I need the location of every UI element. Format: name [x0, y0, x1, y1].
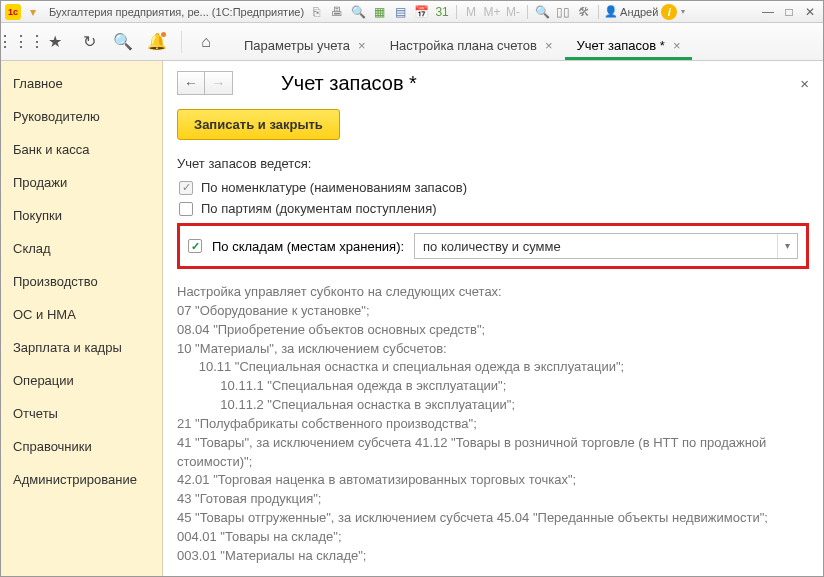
- sidebar: ГлавноеРуководителюБанк и кассаПродажиПо…: [1, 61, 163, 576]
- dropdown-icon[interactable]: ▾: [24, 3, 42, 21]
- section-title: Учет запасов ведется:: [177, 156, 809, 171]
- sidebar-item[interactable]: Банк и касса: [1, 133, 162, 166]
- m-icon[interactable]: M: [462, 3, 480, 21]
- sidebar-item[interactable]: Производство: [1, 265, 162, 298]
- label-warehouses: По складам (местам хранения):: [212, 239, 404, 254]
- preview-icon[interactable]: 🔍: [349, 3, 367, 21]
- sidebar-item[interactable]: Главное: [1, 67, 162, 100]
- help-text: Настройка управляет субконто на следующи…: [177, 283, 809, 566]
- help-line: 07 "Оборудование к установке";: [177, 302, 809, 321]
- apps-icon[interactable]: ⋮⋮⋮: [7, 28, 35, 56]
- history-icon[interactable]: ↻: [75, 28, 103, 56]
- sidebar-item[interactable]: Покупки: [1, 199, 162, 232]
- sidebar-item[interactable]: Администрирование: [1, 463, 162, 496]
- chevron-down-icon[interactable]: ▾: [777, 234, 797, 258]
- tab[interactable]: Настройка плана счетов×: [378, 30, 565, 60]
- zoom-icon[interactable]: 🔍: [533, 3, 551, 21]
- help-line: 41 "Товары", за исключением субсчета 41.…: [177, 434, 809, 472]
- help-line: 10.11.2 "Специальная оснастка в эксплуат…: [177, 396, 809, 415]
- help-line: 10.11 "Специальная оснастка и специальна…: [177, 358, 809, 377]
- maximize-button[interactable]: □: [780, 4, 798, 20]
- help-line: 43 "Готовая продукция";: [177, 490, 809, 509]
- sidebar-item[interactable]: Зарплата и кадры: [1, 331, 162, 364]
- select-value: по количеству и сумме: [415, 239, 777, 254]
- help-line: 42.01 "Торговая наценка в автоматизирова…: [177, 471, 809, 490]
- user-menu[interactable]: 👤 Андрей: [604, 5, 658, 18]
- window-title: Бухгалтерия предприятия, ре... (1С:Предп…: [49, 6, 304, 18]
- info-icon[interactable]: i: [661, 4, 677, 20]
- sidebar-item[interactable]: Склад: [1, 232, 162, 265]
- main-toolbar: ⋮⋮⋮ ★ ↻ 🔍 🔔 ⌂ Параметры учета×Настройка …: [1, 23, 823, 61]
- tab-label: Настройка плана счетов: [390, 38, 537, 53]
- help-line: 21 "Полуфабрикаты собственного производс…: [177, 415, 809, 434]
- label-nomenclature: По номенклатуре (наименованиям запасов): [201, 180, 467, 195]
- nav-back-button[interactable]: ←: [177, 71, 205, 95]
- search-icon[interactable]: 🔍: [109, 28, 137, 56]
- help-line: 003.01 "Материалы на складе";: [177, 547, 809, 566]
- help-line: Настройка управляет субконто на следующи…: [177, 283, 809, 302]
- app-icon: 1c: [5, 4, 21, 20]
- panels-icon[interactable]: ▯▯: [554, 3, 572, 21]
- settings-icon[interactable]: 🛠: [575, 3, 593, 21]
- tab-label: Учет запасов *: [577, 38, 665, 53]
- home-icon[interactable]: ⌂: [192, 28, 220, 56]
- help-line: 10 "Материалы", за исключением субсчетов…: [177, 340, 809, 359]
- tab[interactable]: Учет запасов *×: [565, 30, 693, 60]
- sidebar-item[interactable]: Отчеты: [1, 397, 162, 430]
- help-line: 10.11.1 "Специальная одежда в эксплуатац…: [177, 377, 809, 396]
- m-minus-icon[interactable]: M-: [504, 3, 522, 21]
- attach-icon[interactable]: ▤: [391, 3, 409, 21]
- toolbar-icon-1[interactable]: ⎘: [307, 3, 325, 21]
- tab-label: Параметры учета: [244, 38, 350, 53]
- warehouse-mode-select[interactable]: по количеству и сумме ▾: [414, 233, 798, 259]
- help-line: 45 "Товары отгруженные", за исключением …: [177, 509, 809, 528]
- save-and-close-button[interactable]: Записать и закрыть: [177, 109, 340, 140]
- bell-icon[interactable]: 🔔: [143, 28, 171, 56]
- nav-forward-button: →: [205, 71, 233, 95]
- close-button[interactable]: ✕: [801, 4, 819, 20]
- checkbox-warehouses[interactable]: ✓: [188, 239, 202, 253]
- help-line: 08.04 "Приобретение объектов основных ср…: [177, 321, 809, 340]
- calc-icon[interactable]: ▦: [370, 3, 388, 21]
- sidebar-item[interactable]: Операции: [1, 364, 162, 397]
- label-parties: По партиям (документам поступления): [201, 201, 437, 216]
- print-icon[interactable]: 🖶: [328, 3, 346, 21]
- page-title: Учет запасов *: [281, 72, 417, 95]
- minimize-button[interactable]: —: [759, 4, 777, 20]
- tab-close-icon[interactable]: ×: [545, 39, 553, 52]
- m-plus-icon[interactable]: M+: [483, 3, 501, 21]
- sidebar-item[interactable]: Руководителю: [1, 100, 162, 133]
- highlighted-option-row: ✓ По складам (местам хранения): по колич…: [177, 223, 809, 269]
- info-dropdown[interactable]: ▾: [681, 7, 685, 16]
- checkbox-parties[interactable]: [179, 202, 193, 216]
- star-icon[interactable]: ★: [41, 28, 69, 56]
- calendar-icon[interactable]: 📅: [412, 3, 430, 21]
- help-line: 004.01 "Товары на складе";: [177, 528, 809, 547]
- checkbox-nomenclature: ✓: [179, 181, 193, 195]
- close-page-button[interactable]: ×: [800, 75, 809, 92]
- tab-bar: Параметры учета×Настройка плана счетов×У…: [232, 23, 692, 60]
- date-icon[interactable]: 31: [433, 3, 451, 21]
- sidebar-item[interactable]: Продажи: [1, 166, 162, 199]
- titlebar: 1c ▾ Бухгалтерия предприятия, ре... (1С:…: [1, 1, 823, 23]
- sidebar-item[interactable]: ОС и НМА: [1, 298, 162, 331]
- tab-close-icon[interactable]: ×: [358, 39, 366, 52]
- content-area: × ← → Учет запасов * Записать и закрыть …: [163, 61, 823, 576]
- sidebar-item[interactable]: Справочники: [1, 430, 162, 463]
- tab[interactable]: Параметры учета×: [232, 30, 378, 60]
- tab-close-icon[interactable]: ×: [673, 39, 681, 52]
